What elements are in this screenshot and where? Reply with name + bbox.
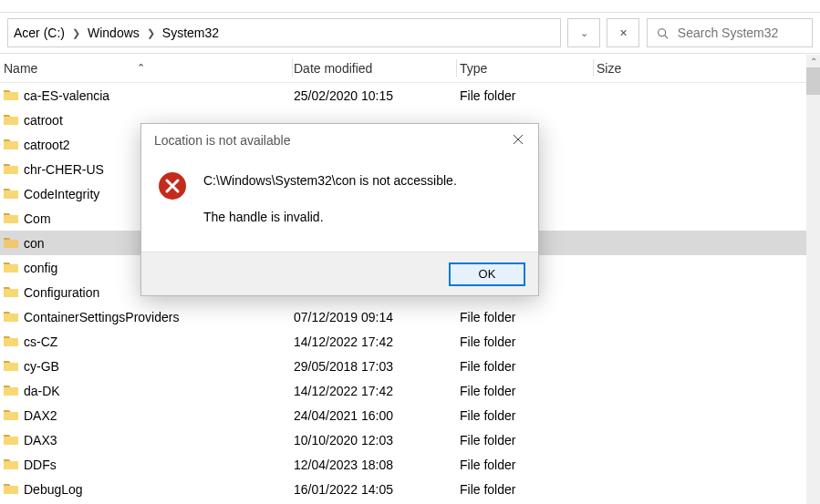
- table-row[interactable]: cs-CZ14/12/2022 17:42File folder: [0, 329, 820, 354]
- chevron-down-icon: ⌄: [580, 27, 588, 39]
- file-type: File folder: [460, 458, 597, 472]
- file-name: CodeIntegrity: [24, 187, 99, 201]
- folder-icon: [4, 285, 18, 300]
- file-name: catroot: [24, 113, 63, 128]
- file-date: 24/04/2021 16:00: [294, 408, 460, 423]
- column-header-name[interactable]: Name: [0, 61, 294, 76]
- file-name: config: [24, 261, 57, 275]
- table-row[interactable]: cy-GB29/05/2018 17:03File folder: [0, 354, 820, 378]
- file-name: Com: [24, 211, 51, 226]
- file-date: 12/04/2023 18:08: [294, 458, 460, 472]
- file-date: 10/10/2020 12:03: [294, 433, 460, 447]
- table-row[interactable]: DAX224/04/2021 16:00File folder: [0, 403, 820, 427]
- folder-icon: [4, 408, 18, 423]
- file-type: File folder: [460, 433, 597, 447]
- column-header-type[interactable]: Type: [460, 61, 597, 76]
- file-name: DebugLog: [24, 482, 83, 497]
- folder-icon: [4, 187, 18, 201]
- folder-icon: [4, 261, 18, 275]
- file-date: 14/12/2022 17:42: [294, 334, 460, 349]
- dialog-title-text: Location is not available: [154, 133, 290, 148]
- folder-icon: [4, 88, 18, 103]
- file-name: catroot2: [24, 138, 70, 152]
- file-name: DAX3: [24, 433, 57, 447]
- column-header-date[interactable]: Date modified: [294, 61, 460, 76]
- folder-icon: [4, 334, 18, 349]
- dialog-titlebar[interactable]: Location is not available: [141, 124, 538, 157]
- table-row[interactable]: da-DK14/12/2022 17:42File folder: [0, 378, 820, 403]
- error-dialog: Location is not available C:\Windows\Sys…: [140, 123, 539, 296]
- folder-icon: [4, 236, 18, 251]
- file-date: 29/05/2018 17:03: [294, 359, 460, 374]
- file-name: chr-CHER-US: [24, 162, 104, 177]
- file-date: 07/12/2019 09:14: [294, 310, 460, 324]
- table-row[interactable]: DAX310/10/2020 12:03File folder: [0, 427, 820, 452]
- folder-icon: [4, 359, 18, 374]
- table-row[interactable]: DebugLog16/01/2022 14:05File folder: [0, 477, 820, 501]
- dialog-message-line2: The handle is invalid.: [203, 208, 457, 226]
- file-type: File folder: [460, 482, 597, 497]
- file-name: con: [24, 236, 45, 251]
- svg-line-1: [665, 35, 668, 37]
- breadcrumb-item-windows[interactable]: Windows❯: [88, 26, 162, 40]
- file-name: DDFs: [24, 458, 57, 472]
- scrollbar-thumb[interactable]: [806, 67, 820, 95]
- dialog-message-line1: C:\Windows\System32\con is not accessibl…: [203, 171, 457, 190]
- file-date: 25/02/2020 10:15: [294, 88, 460, 103]
- history-dropdown-button[interactable]: ⌄: [567, 18, 600, 47]
- breadcrumb[interactable]: Acer (C:)❯ Windows❯ System32: [7, 18, 561, 47]
- file-name: DAX2: [24, 408, 57, 423]
- folder-icon: [4, 113, 18, 128]
- vertical-scrollbar[interactable]: ⌃: [806, 55, 820, 504]
- folder-icon: [4, 138, 18, 152]
- search-icon: [657, 26, 669, 40]
- folder-icon: [4, 310, 18, 324]
- dialog-footer: OK: [141, 252, 538, 295]
- search-input[interactable]: [678, 26, 803, 40]
- file-name: da-DK: [24, 384, 60, 398]
- file-type: File folder: [460, 334, 597, 349]
- dialog-close-button[interactable]: [513, 134, 525, 147]
- search-box[interactable]: [647, 18, 813, 47]
- refresh-stop-button[interactable]: ✕: [607, 18, 639, 47]
- table-row[interactable]: DDFs12/04/2023 18:08File folder: [0, 452, 820, 477]
- address-bar-row: Acer (C:)❯ Windows❯ System32 ⌄ ✕: [0, 13, 820, 54]
- file-type: File folder: [460, 359, 597, 374]
- folder-icon: [4, 482, 18, 497]
- column-header-size[interactable]: Size: [597, 61, 820, 76]
- file-name: cs-CZ: [24, 334, 57, 349]
- file-type: File folder: [460, 310, 597, 324]
- file-type: File folder: [460, 88, 597, 103]
- file-type: File folder: [460, 408, 597, 423]
- chevron-right-icon: ❯: [72, 27, 80, 39]
- error-icon: [158, 171, 187, 201]
- ok-button[interactable]: OK: [449, 262, 525, 286]
- scroll-up-icon[interactable]: ⌃: [806, 55, 820, 67]
- file-name: cy-GB: [24, 359, 59, 374]
- breadcrumb-item-system32[interactable]: System32: [162, 26, 219, 40]
- toolbar-stub: [0, 0, 820, 13]
- close-icon: ✕: [619, 27, 628, 39]
- table-row[interactable]: ContainerSettingsProviders07/12/2019 09:…: [0, 304, 820, 329]
- folder-icon: [4, 162, 18, 177]
- table-row[interactable]: ca-ES-valencia25/02/2020 10:15File folde…: [0, 83, 820, 108]
- file-date: 16/01/2022 14:05: [294, 482, 460, 497]
- file-name: Configuration: [24, 285, 99, 300]
- folder-icon: [4, 211, 18, 226]
- file-type: File folder: [460, 384, 597, 398]
- file-name: ContainerSettingsProviders: [24, 310, 179, 324]
- chevron-right-icon: ❯: [147, 27, 155, 39]
- file-name: ca-ES-valencia: [24, 88, 109, 103]
- folder-icon: [4, 458, 18, 472]
- sort-up-icon: ⌃: [137, 62, 145, 74]
- folder-icon: [4, 433, 18, 447]
- svg-point-0: [659, 28, 666, 36]
- folder-icon: [4, 384, 18, 398]
- file-date: 14/12/2022 17:42: [294, 384, 460, 398]
- close-icon: [513, 134, 524, 145]
- column-headers: Name ⌃ Date modified Type Size: [0, 54, 820, 83]
- breadcrumb-item-drive[interactable]: Acer (C:)❯: [14, 26, 88, 40]
